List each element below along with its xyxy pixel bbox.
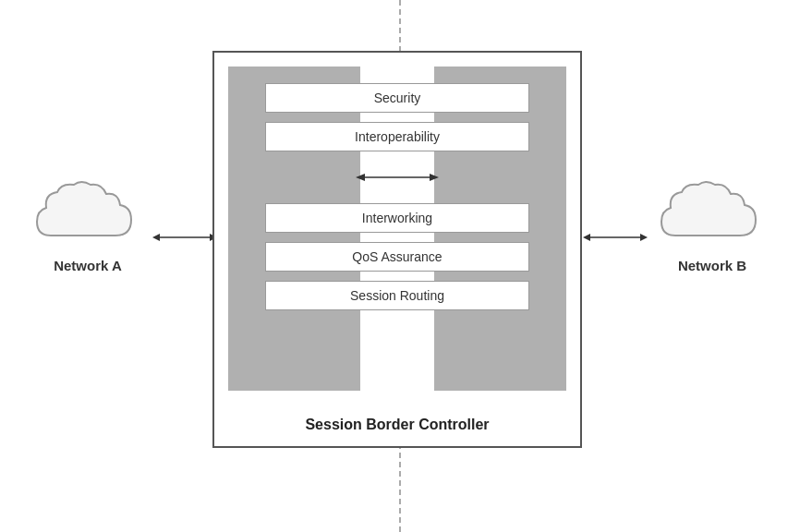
network-b-label: Network B bbox=[678, 258, 746, 273]
svg-marker-5 bbox=[583, 234, 590, 241]
sbc-container: Security Interoperability bbox=[212, 51, 582, 448]
function-interoperability: Interoperability bbox=[265, 122, 529, 151]
cloud-b-shape bbox=[652, 171, 772, 254]
cloud-a-shape bbox=[28, 171, 148, 254]
cloud-network-b: Network B bbox=[652, 171, 772, 273]
arrow-network-a-to-sbc bbox=[152, 228, 217, 247]
svg-marker-7 bbox=[430, 174, 439, 181]
function-security: Security bbox=[265, 83, 529, 113]
function-interworking: Interworking bbox=[265, 203, 529, 233]
diagram: Network A Network B bbox=[0, 0, 800, 532]
cloud-network-a: Network A bbox=[28, 171, 148, 273]
sbc-inner-structure: Security Interoperability bbox=[228, 66, 566, 391]
session-routing-label: Session Routing bbox=[350, 288, 444, 303]
inner-arrow-svg bbox=[356, 168, 439, 187]
sbc-title: Session Border Controller bbox=[214, 417, 580, 433]
left-arrow-svg bbox=[152, 228, 217, 247]
interoperability-label: Interoperability bbox=[355, 129, 440, 144]
svg-marker-2 bbox=[152, 234, 160, 241]
svg-marker-8 bbox=[356, 174, 365, 181]
security-label: Security bbox=[374, 91, 421, 105]
network-a-label: Network A bbox=[54, 258, 122, 273]
arrow-sbc-to-network-b bbox=[583, 228, 648, 247]
interworking-label: Interworking bbox=[362, 211, 432, 225]
function-session-routing: Session Routing bbox=[265, 281, 529, 310]
function-qos: QoS Assurance bbox=[265, 242, 529, 272]
right-arrow-svg bbox=[583, 228, 648, 247]
function-boxes: Security Interoperability bbox=[228, 66, 566, 391]
svg-marker-4 bbox=[640, 234, 648, 241]
qos-label: QoS Assurance bbox=[352, 249, 442, 264]
media-plane-arrow-row bbox=[265, 161, 529, 194]
inner-bidirectional-arrow bbox=[265, 168, 529, 187]
